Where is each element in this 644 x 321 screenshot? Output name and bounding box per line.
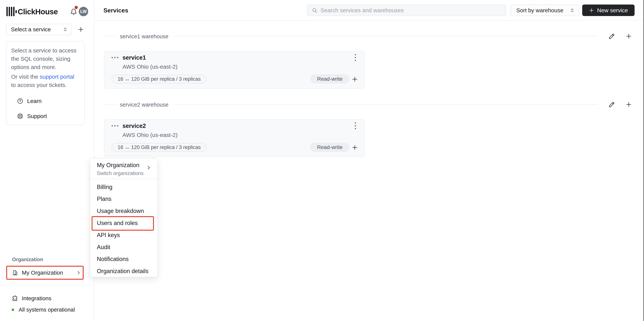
menu-divider [90,179,157,179]
warehouse-label: service2 warehouse [120,102,168,108]
menu-item-usage-breakdown[interactable]: Usage breakdown [97,207,144,214]
service-select[interactable]: Select a service [6,24,72,35]
organization-section-label: Organization [12,256,43,262]
service-select-label: Select a service [11,26,51,33]
info-paragraph-2: Or visit the support portal to access yo… [11,73,80,89]
sort-select[interactable]: Sort by warehouse [510,5,579,16]
support-link[interactable]: Support [17,112,47,120]
service-card[interactable]: service1 AWS Ohio (us-east-2) 16 ↔ 120 G… [104,51,364,89]
menu-org-title: My Organization [97,162,144,169]
notification-dot [74,6,78,9]
service-status-dots-icon [111,56,119,59]
add-service-to-warehouse-button[interactable] [626,33,632,40]
service-card[interactable]: service2 AWS Ohio (us-east-2) 16 ↔ 120 G… [104,119,364,157]
menu-item-notifications[interactable]: Notifications [97,255,129,262]
plus-icon [589,8,594,13]
card-plus-icon[interactable] [352,144,358,151]
section-line [175,104,598,105]
menu-item-audit[interactable]: Audit [97,244,110,251]
service-name: service2 [122,122,146,129]
chevron-right-icon [146,165,151,170]
add-service-button[interactable] [77,26,84,33]
new-service-label: New service [597,7,628,14]
clickhouse-console: ClickHouse LW Select a service [0,0,644,321]
topbar: Services Sort by warehouse [94,0,644,21]
section-line [104,104,116,105]
search-icon [312,8,318,13]
annotation-box-my-organization [6,266,84,280]
kebab-menu-icon[interactable] [354,121,356,130]
clickhouse-logo-icon[interactable] [6,7,17,16]
brand-name: ClickHouse [18,7,58,16]
service-region: AWS Ohio (us-east-2) [122,132,178,138]
question-circle-icon [17,98,23,104]
chevron-up-down-icon [570,8,575,13]
info-paragraph-1: Select a service to access the SQL conso… [11,46,80,71]
search-input[interactable] [320,7,494,14]
card-plus-icon[interactable] [352,76,358,82]
service-region: AWS Ohio (us-east-2) [122,63,178,70]
read-write-pill[interactable]: Read-write [310,143,349,152]
sidebar-divider [0,285,94,285]
system-status[interactable]: All systems operational [12,305,75,314]
support-label: Support [27,113,47,120]
support-portal-link[interactable]: support portal [40,74,74,80]
lifebuoy-icon [17,113,23,119]
service-name: service1 [122,54,146,61]
add-service-to-warehouse-button[interactable] [626,101,632,108]
learn-link[interactable]: Learn [17,97,42,105]
kebab-menu-icon[interactable] [354,53,356,62]
menu-org-subtitle: Switch organizations [97,170,144,176]
learn-label: Learn [27,98,42,105]
notifications-bell-icon[interactable] [70,8,77,16]
section-line [174,36,598,36]
menu-header-switch-organizations[interactable]: My Organization Switch organizations [97,162,144,177]
menu-item-api-keys[interactable]: API keys [97,232,120,239]
menu-item-organization-details[interactable]: Organization details [97,268,148,275]
page-title: Services [104,7,128,14]
integrations-label: Integrations [22,295,52,302]
menu-item-plans[interactable]: Plans [97,195,112,202]
puzzle-icon [12,295,18,301]
service-size-badge: 16 ↔ 120 GiB per replica / 3 replicas [112,143,207,152]
service-size-badge: 16 ↔ 120 GiB per replica / 3 replicas [112,75,207,84]
sidebar-item-integrations[interactable]: Integrations [12,294,52,302]
menu-item-billing[interactable]: Billing [97,183,112,190]
warehouse-label: service1 warehouse [120,33,168,40]
edit-warehouse-button[interactable] [608,101,615,108]
edit-warehouse-button[interactable] [608,33,615,40]
sort-select-label: Sort by warehouse [516,7,563,14]
avatar[interactable]: LW [79,7,88,16]
service-info-card: Select a service to access the SQL conso… [6,41,85,125]
status-green-dot [12,308,14,311]
read-write-pill[interactable]: Read-write [310,75,349,83]
section-line [104,36,116,36]
new-service-button[interactable]: New service [582,5,634,16]
chevron-up-down-icon [63,27,68,32]
status-label: All systems operational [19,306,75,313]
search-bar[interactable] [307,5,506,16]
annotation-box-users-and-roles [92,216,154,231]
service-status-dots-icon [111,125,119,127]
